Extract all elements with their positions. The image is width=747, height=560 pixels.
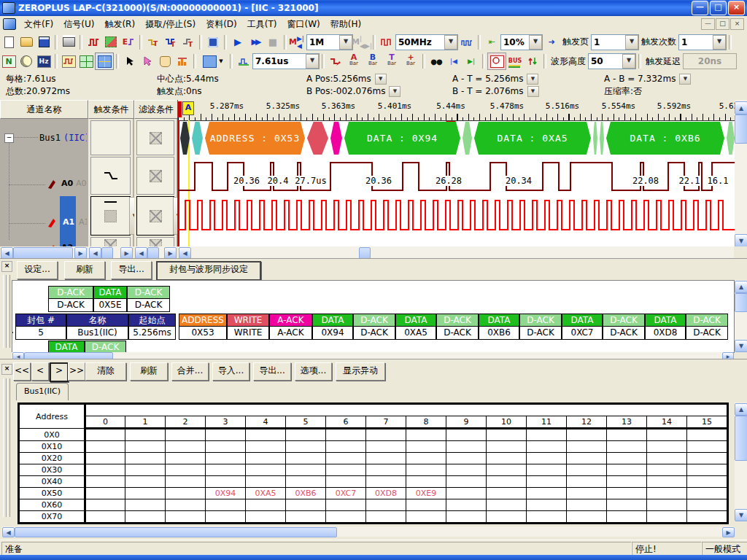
packet-field-value[interactable]: WRITE: [227, 326, 269, 340]
run-repeat-button[interactable]: ▶▶: [247, 34, 264, 50]
column-header-filter[interactable]: 滤波条件: [134, 100, 178, 119]
packet-field-value[interactable]: 0X5E: [93, 298, 127, 312]
trigger-mark-2-icon[interactable]: T: [162, 34, 179, 50]
memory-cell[interactable]: [206, 511, 246, 523]
panel-grip[interactable]: [7, 378, 10, 517]
pulse-e-trigger-icon[interactable]: E: [120, 34, 137, 50]
memory-cell[interactable]: [246, 476, 286, 488]
memory-cell[interactable]: [246, 499, 286, 511]
memory-button-4[interactable]: 导出...: [253, 362, 291, 381]
memory-cell[interactable]: [406, 429, 446, 441]
memory-cell[interactable]: [687, 476, 727, 488]
memory-cell[interactable]: [567, 429, 607, 441]
new-file-button[interactable]: [0, 34, 18, 50]
packet-field-value[interactable]: D-ACK: [353, 326, 395, 340]
panel-close-button[interactable]: ×: [1, 261, 12, 272]
capture-setup-icon[interactable]: [102, 34, 120, 50]
memory-cell[interactable]: [487, 464, 527, 476]
bus-analyzer-icon[interactable]: [204, 34, 222, 50]
scroll-up-icon[interactable]: ▲: [735, 403, 747, 416]
memory-cell[interactable]: [326, 441, 366, 453]
mdi-close-button[interactable]: ×: [730, 18, 744, 30]
info-dropdown-icon[interactable]: ▼: [679, 74, 691, 85]
bus-protocol[interactable]: (IIC): [63, 133, 87, 143]
bus-decode-icon[interactable]: BUS: [506, 53, 524, 69]
memory-cell[interactable]: [687, 441, 727, 453]
trigger-jump-icon[interactable]: [327, 53, 344, 69]
bus-segment-data-0x94[interactable]: DATA : 0X94: [344, 122, 460, 155]
memory-cell[interactable]: [246, 511, 286, 523]
memory-button-6[interactable]: 显示异动: [336, 362, 385, 381]
cursor-arrow-icon[interactable]: [121, 53, 139, 69]
zoom-fit-icon[interactable]: ⇤: [483, 34, 500, 50]
scroll-thumb[interactable]: [359, 247, 371, 259]
memory-cell[interactable]: [366, 429, 406, 441]
trigger-mark-3-icon[interactable]: T: [179, 34, 197, 50]
memory-cell[interactable]: [286, 499, 326, 511]
memory-cell[interactable]: [85, 429, 125, 441]
sort-icon[interactable]: [524, 53, 541, 69]
packet-field-value[interactable]: 0X94: [312, 326, 353, 340]
memory-cell[interactable]: [125, 464, 166, 476]
memory-cell[interactable]: [446, 464, 487, 476]
scroll-thumb[interactable]: [101, 247, 113, 259]
memory-cell[interactable]: [85, 488, 125, 499]
memory-cell[interactable]: [567, 453, 607, 464]
maximize-button[interactable]: □: [710, 1, 727, 15]
memory-cell[interactable]: [687, 499, 727, 511]
memory-cell[interactable]: [206, 429, 246, 441]
memory-cell[interactable]: [326, 429, 366, 441]
memory-cell[interactable]: [166, 499, 206, 511]
menu-item-2[interactable]: 触发(R): [99, 16, 140, 33]
nav-button-prev[interactable]: <: [31, 362, 49, 381]
memory-cell[interactable]: [286, 429, 326, 441]
menu-item-4[interactable]: 资料(D): [201, 16, 242, 33]
memory-cell[interactable]: [487, 488, 527, 499]
memory-cell[interactable]: [406, 476, 446, 488]
memory-cell[interactable]: [166, 453, 206, 464]
menu-item-0[interactable]: 文件(F): [19, 16, 58, 33]
memory-cell[interactable]: [166, 488, 206, 499]
scroll-right-icon[interactable]: ▶: [120, 247, 133, 259]
bus-segment[interactable]: [307, 122, 328, 155]
memory-cell[interactable]: [446, 511, 487, 523]
scroll-thumb[interactable]: [147, 247, 159, 259]
packet-field-value[interactable]: 0XB6: [479, 326, 519, 340]
memory-cell[interactable]: [647, 511, 687, 523]
packet-field-value[interactable]: D-ACK: [686, 326, 728, 340]
nav-button-next[interactable]: >: [50, 362, 69, 382]
memory-cell[interactable]: [366, 464, 406, 476]
memory-cell[interactable]: [446, 499, 487, 511]
memory-cell[interactable]: [527, 429, 567, 441]
info-dropdown-icon[interactable]: ▼: [527, 74, 538, 85]
memory-cell[interactable]: [647, 441, 687, 453]
memory-button-3[interactable]: 导入...: [212, 362, 249, 381]
memory-cell[interactable]: [607, 429, 647, 441]
nav-button-last[interactable]: >>: [68, 362, 85, 381]
memory-cell[interactable]: [647, 429, 687, 441]
memory-cell[interactable]: [206, 441, 246, 453]
packet-field-value[interactable]: D-ACK: [127, 298, 170, 312]
wave-hscrollbar[interactable]: ◀: [178, 246, 734, 258]
t-bar-button[interactable]: TBar: [382, 52, 401, 70]
trigger-cell-bus1[interactable]: [90, 120, 131, 155]
sampling-setup-icon[interactable]: [85, 34, 102, 50]
memory-cell[interactable]: [125, 499, 166, 511]
memory-cell[interactable]: [446, 476, 487, 488]
time-ruler[interactable]: A 5.287ms5.325ms5.363ms5.401ms5.44ms5.47…: [178, 100, 735, 121]
scroll-thumb[interactable]: [735, 416, 747, 461]
memory-cell[interactable]: [487, 511, 527, 523]
memory-cell[interactable]: [647, 488, 687, 499]
memory-cell[interactable]: [527, 476, 567, 488]
memory-cell[interactable]: [326, 476, 366, 488]
memory-cell[interactable]: [286, 464, 326, 476]
memory-cell[interactable]: [125, 429, 166, 441]
bus-segment[interactable]: [462, 122, 472, 155]
tree-collapse-icon[interactable]: −: [4, 133, 14, 143]
memory-cell[interactable]: [687, 511, 727, 523]
waveform-window-icon[interactable]: [60, 53, 77, 69]
stop-button[interactable]: ■: [264, 34, 282, 50]
channel-row-a0[interactable]: A0 A0: [0, 175, 87, 197]
memory-cell[interactable]: [85, 499, 125, 511]
memory-cell[interactable]: [687, 488, 727, 499]
